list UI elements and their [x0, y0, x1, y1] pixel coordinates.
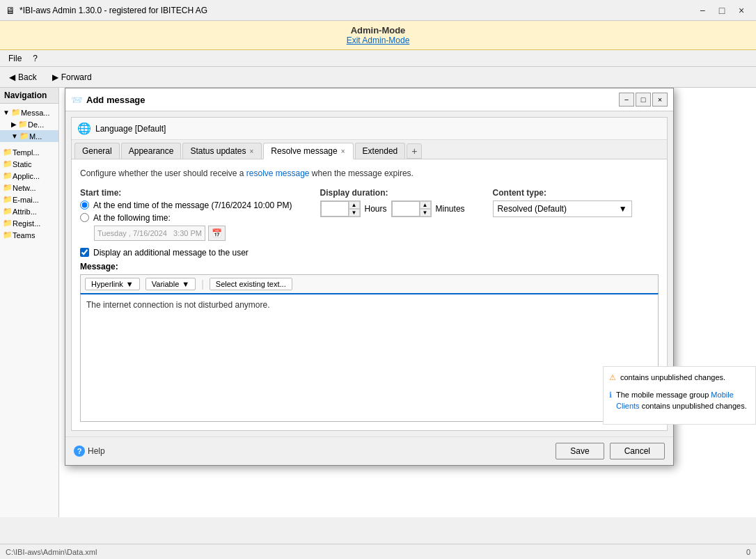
content-type-select[interactable]: Resolved (Default) ▼: [493, 200, 632, 217]
tab-status-close-icon[interactable]: ×: [249, 148, 254, 155]
nav-item-email[interactable]: 📁 E-mai...: [0, 194, 58, 205]
nav-item-messages[interactable]: ▼ 📁 Messa...: [0, 107, 58, 118]
select-text-label: Select existing text...: [216, 280, 286, 288]
nav-item-network[interactable]: 📁 Netw...: [0, 182, 58, 194]
radio-end-time-input[interactable]: [80, 200, 89, 210]
minutes-spinner: 0 ▲ ▼: [391, 200, 432, 217]
tab-status-updates[interactable]: Status updates ×: [182, 143, 262, 159]
checkbox-label: Display an additional message to the use…: [93, 248, 249, 258]
tab-general[interactable]: General: [74, 143, 120, 159]
nav-item-static[interactable]: 📁 Static: [0, 158, 58, 170]
hours-spinner: 24 ▲ ▼: [320, 200, 361, 217]
minutes-up-button[interactable]: ▲: [420, 201, 431, 209]
menu-file[interactable]: File: [3, 52, 27, 65]
calendar-button[interactable]: 📅: [208, 226, 226, 241]
radio-end-time: At the end time of the message (7/16/202…: [80, 200, 292, 210]
nav-item-label: Applic...: [13, 172, 40, 180]
display-duration-group: Display duration: 24 ▲ ▼ Hours: [320, 188, 465, 217]
minutes-down-button[interactable]: ▼: [420, 209, 431, 216]
resolve-link[interactable]: resolve message: [246, 168, 310, 178]
status-count: 0: [746, 548, 750, 556]
main-layout: Navigation ▼ 📁 Messa... ▶ 📁 De... ▼ 📁 M.…: [0, 88, 756, 517]
nav-item-de[interactable]: ▶ 📁 De...: [0, 118, 58, 130]
cancel-button[interactable]: Cancel: [610, 443, 665, 459]
tab-extended[interactable]: Extended: [355, 143, 406, 159]
tab-extended-label: Extended: [363, 146, 398, 156]
nav-item-label: E-mai...: [13, 196, 39, 204]
toolbar: ◀ Back ▶ Forward: [0, 67, 756, 88]
radio-end-time-label: At the end time of the message (7/16/202…: [93, 200, 292, 210]
hours-input[interactable]: 24: [321, 201, 349, 216]
tabs-container: General Appearance Status updates × Reso…: [72, 140, 667, 159]
content-type-group: Content type: Resolved (Default) ▼: [493, 188, 632, 217]
nav-tree: ▼ 📁 Messa... ▶ 📁 De... ▼ 📁 M... 📁 Templ.…: [0, 104, 58, 517]
help-link[interactable]: ? Help: [74, 446, 105, 457]
exit-admin-mode-link[interactable]: Exit Admin-Mode: [4, 36, 752, 45]
minutes-label: Minutes: [436, 204, 465, 214]
folder-icon: 📁: [11, 108, 21, 117]
menu-bar: File ?: [0, 50, 756, 67]
mobile-clients-link[interactable]: Mobile Clients: [616, 391, 734, 409]
nav-item-m[interactable]: ▼ 📁 M...: [0, 130, 58, 142]
nav-item-applications[interactable]: 📁 Applic...: [0, 170, 58, 182]
select-existing-text-button[interactable]: Select existing text...: [210, 278, 292, 290]
maximize-button[interactable]: □: [713, 2, 731, 19]
folder-icon: 📁: [3, 207, 13, 216]
info-icon: ℹ: [609, 390, 612, 411]
folder-icon: 📁: [18, 120, 28, 129]
message-editor[interactable]: The internet connection is not disturbed…: [80, 293, 659, 422]
additional-message-checkbox-row: Display an additional message to the use…: [80, 248, 659, 258]
back-arrow-icon: ◀: [9, 72, 15, 82]
forward-button[interactable]: ▶ Forward: [46, 70, 98, 85]
nav-item-teams[interactable]: 📁 Teams: [0, 229, 58, 241]
dialog-title-text: Add message: [86, 95, 145, 105]
dialog-minimize-button[interactable]: −: [619, 93, 634, 107]
tab-resolve-close-icon[interactable]: ×: [340, 148, 346, 155]
add-message-dialog: 📨 Add message − □ × 🌐 Language [Default]: [65, 88, 674, 466]
date-time-field[interactable]: [94, 226, 205, 241]
nav-item-templates[interactable]: 📁 Templ...: [0, 146, 58, 158]
tab-status-label: Status updates: [190, 146, 246, 156]
minutes-spinner-btns: ▲ ▼: [420, 201, 431, 216]
tab-appearance[interactable]: Appearance: [121, 143, 182, 159]
additional-message-checkbox[interactable]: [80, 248, 89, 257]
nav-item-label: Static: [13, 160, 32, 168]
when-expires-text: when the message expires.: [310, 168, 414, 178]
hyperlink-label: Hyperlink: [91, 280, 123, 288]
navigation-sidebar: Navigation ▼ 📁 Messa... ▶ 📁 De... ▼ 📁 M.…: [0, 88, 59, 517]
nav-item-registry[interactable]: 📁 Regist...: [0, 217, 58, 229]
content-type-value: Resolved (Default): [498, 204, 567, 214]
dialog-content: 🌐 Language [Default] General Appearance …: [71, 117, 668, 431]
save-button[interactable]: Save: [556, 443, 604, 459]
dialog-maximize-button[interactable]: □: [636, 93, 651, 107]
radio-following-time-label: At the following time:: [93, 213, 171, 223]
notifications-panel: ⚠ contains unpublished changes. ℹ The mo…: [603, 366, 756, 425]
window-close-button[interactable]: ×: [732, 2, 750, 19]
admin-banner: Admin-Mode Exit Admin-Mode: [0, 21, 756, 50]
tab-resolve-message[interactable]: Resolve message ×: [263, 143, 353, 159]
notification-1: ⚠ contains unpublished changes.: [609, 372, 750, 383]
minimize-button[interactable]: −: [693, 2, 711, 19]
back-button[interactable]: ◀ Back: [3, 70, 43, 85]
title-bar-controls: − □ ×: [693, 2, 750, 19]
variable-button[interactable]: Variable ▼: [145, 278, 196, 290]
radio-following-time-input[interactable]: [80, 213, 89, 222]
expand-arrow: ▶: [11, 120, 17, 128]
hyperlink-button[interactable]: Hyperlink ▼: [85, 278, 140, 290]
hours-up-button[interactable]: ▲: [349, 201, 360, 209]
hours-down-button[interactable]: ▼: [349, 209, 360, 216]
dialog-close-button[interactable]: ×: [652, 93, 668, 107]
admin-mode-title: Admin-Mode: [4, 25, 752, 36]
minutes-input[interactable]: 0: [392, 201, 420, 216]
datetime-input: 📅: [94, 226, 292, 241]
notif-text-1: contains unpublished changes.: [620, 372, 725, 383]
title-bar-left: 🖥 *IBI-aws Admin 1.30.0 - registered for…: [6, 5, 207, 16]
nav-item-label: Templ...: [13, 148, 40, 157]
tab-add-button[interactable]: +: [407, 143, 422, 159]
app-icon: 🖥: [6, 5, 15, 16]
nav-item-attributes[interactable]: 📁 Attrib...: [0, 205, 58, 217]
menu-help[interactable]: ?: [27, 52, 43, 65]
footer-buttons: Save Cancel: [556, 443, 665, 459]
message-label: Message:: [80, 262, 659, 271]
hours-spinner-btns: ▲ ▼: [349, 201, 360, 216]
